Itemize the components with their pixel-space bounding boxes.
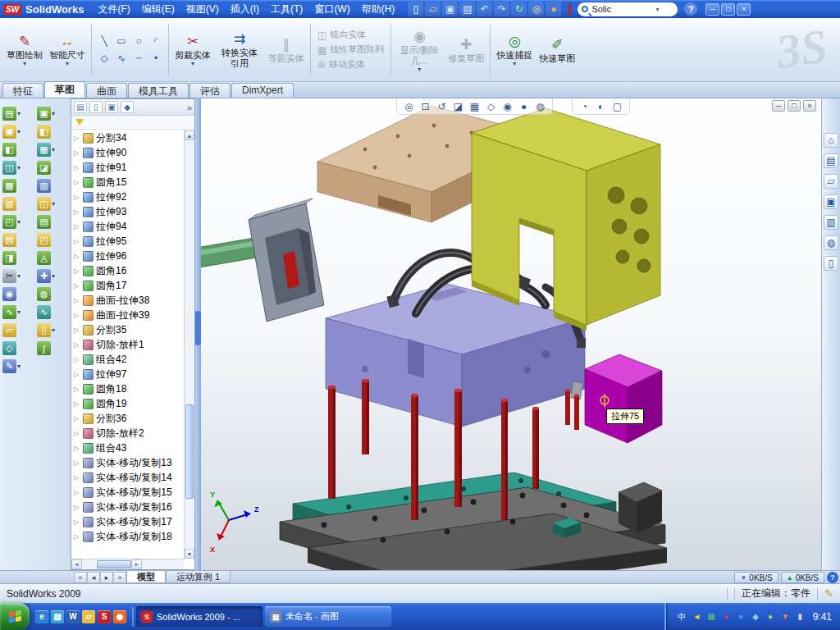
expand-icon[interactable]: ▷ bbox=[74, 208, 80, 216]
graphics-area[interactable]: Y X Z ◎⊡↺◪▦◇◉●◍ ◔◐▢ ─□× 拉伸75 bbox=[201, 98, 821, 570]
menu-item[interactable]: 窗口(W) bbox=[308, 1, 355, 18]
new-document-icon[interactable]: ▯ bbox=[408, 2, 423, 16]
expand-icon[interactable]: ▷ bbox=[74, 135, 80, 142]
feature-tool-icon[interactable]: ▤ bbox=[37, 215, 51, 229]
tray-battery-icon[interactable]: ▮ bbox=[794, 610, 806, 623]
edit-appearance-icon[interactable]: ● bbox=[517, 99, 531, 113]
circle-icon[interactable]: ○ bbox=[130, 33, 147, 49]
feature-tool-icon[interactable]: ▦▾ bbox=[37, 143, 55, 157]
taskbar-task[interactable]: SSolidWorks 2009 - ... bbox=[136, 606, 262, 627]
tree-item[interactable]: ▷实体-移动/复制15 bbox=[71, 485, 184, 500]
expand-icon[interactable]: ▷ bbox=[74, 415, 80, 422]
expand-icon[interactable]: ▷ bbox=[74, 386, 80, 393]
tree-item[interactable]: ▷切除-放样1 bbox=[71, 337, 184, 352]
appearances-icon[interactable]: ◍ bbox=[824, 235, 838, 250]
study-tab[interactable]: 模型 bbox=[126, 571, 166, 583]
commandmanager-tab-1[interactable]: 草图 bbox=[44, 81, 85, 98]
part-base-plate[interactable] bbox=[280, 482, 667, 570]
expand-icon[interactable]: ▷ bbox=[74, 312, 80, 319]
toolbox-icon[interactable]: ▣ bbox=[824, 194, 838, 209]
tree-item[interactable]: ▷组合43 bbox=[71, 441, 184, 455]
dimxpertmanager-tab-icon[interactable]: ◆ bbox=[121, 101, 134, 113]
undo-icon[interactable]: ↶ bbox=[477, 2, 492, 16]
expand-icon[interactable]: ▷ bbox=[74, 194, 80, 201]
study-tab[interactable]: 运动算例 1 bbox=[166, 571, 231, 583]
zoom-fit-icon[interactable]: ◎ bbox=[402, 99, 416, 113]
scroll-down-icon[interactable]: ▼ bbox=[185, 549, 194, 559]
tree-item[interactable]: ▷实体-移动/复制18 bbox=[71, 529, 184, 544]
scroll-right-icon[interactable]: ▸ bbox=[131, 559, 142, 569]
expand-icon[interactable]: ▷ bbox=[74, 533, 80, 541]
convert-entities-button[interactable]: ⇉ 转换实体引用 bbox=[214, 20, 265, 80]
feature-tool-icon[interactable]: ∿▾ bbox=[2, 305, 21, 319]
scrollbar-thumb[interactable] bbox=[185, 404, 194, 499]
spline-icon[interactable]: ∿ bbox=[113, 50, 130, 66]
expand-icon[interactable]: ▷ bbox=[74, 445, 80, 452]
view-palette-icon[interactable]: ▥ bbox=[824, 215, 838, 230]
menu-item[interactable]: 视图(V) bbox=[180, 1, 225, 18]
line-icon[interactable]: ╲ bbox=[96, 33, 112, 49]
feature-tool-icon[interactable]: ◉ bbox=[2, 287, 16, 301]
feature-tool-icon[interactable]: ▯▾ bbox=[37, 323, 55, 337]
move-entities-button[interactable]: ⊕ 移动实体 bbox=[315, 58, 386, 71]
model-view[interactable]: Y X Z bbox=[201, 98, 821, 570]
tree-item[interactable]: ▷实体-移动/复制13 bbox=[71, 455, 184, 470]
feature-tool-icon[interactable]: ◬ bbox=[37, 251, 51, 265]
tree-item[interactable]: ▷拉伸95 bbox=[71, 234, 184, 249]
expand-icon[interactable]: ▷ bbox=[74, 282, 80, 290]
tree-item[interactable]: ▷拉伸94 bbox=[71, 219, 184, 234]
tray-chat-icon[interactable]: ● bbox=[765, 610, 777, 623]
featuremanager-tab-icon[interactable]: ▤ bbox=[74, 101, 87, 113]
feature-tool-icon[interactable]: ▱ bbox=[2, 323, 16, 337]
tree-item[interactable]: ▷实体-移动/复制16 bbox=[71, 500, 184, 514]
expand-icon[interactable]: ▷ bbox=[74, 341, 80, 349]
feature-tool-icon[interactable]: ◧ bbox=[37, 125, 51, 139]
expand-icon[interactable]: ▷ bbox=[74, 253, 80, 260]
feature-tool-icon[interactable]: ✂▾ bbox=[2, 269, 21, 283]
feature-tool-icon[interactable]: ▣▾ bbox=[37, 107, 55, 121]
zoom-area-icon[interactable]: ⊡ bbox=[418, 99, 432, 113]
repair-sketch-button[interactable]: ✚ 修复草图 bbox=[445, 20, 487, 80]
save-icon[interactable]: ▣ bbox=[442, 2, 458, 16]
feature-tool-icon[interactable]: ◍ bbox=[37, 287, 51, 301]
hide-show-icon[interactable]: ◉ bbox=[500, 99, 514, 113]
expand-icon[interactable]: ▷ bbox=[74, 223, 80, 231]
tree-vertical-scrollbar[interactable]: ▲ ▼ bbox=[184, 130, 194, 559]
section-view-icon[interactable]: ◪ bbox=[451, 99, 465, 113]
study-nav-button[interactable]: ▸ bbox=[100, 572, 113, 583]
feature-tool-icon[interactable]: ▦ bbox=[2, 179, 16, 193]
polygon-icon[interactable]: ◇ bbox=[96, 50, 112, 66]
feature-tool-icon[interactable]: ▣▾ bbox=[2, 125, 21, 139]
quicklaunch-ie-icon[interactable]: e bbox=[35, 610, 48, 623]
feature-tool-icon[interactable]: ▤ bbox=[2, 233, 16, 247]
tree-item[interactable]: ▷拉伸97 bbox=[71, 367, 184, 381]
expand-icon[interactable]: ▷ bbox=[74, 400, 80, 408]
feature-tool-icon[interactable]: ◰ bbox=[37, 233, 51, 247]
tree-item[interactable]: ▷圆角19 bbox=[71, 396, 184, 411]
rapid-sketch-button[interactable]: ✐ 快速草图 bbox=[536, 20, 578, 80]
tree-item[interactable]: ▷曲面-拉伸38 bbox=[71, 293, 184, 308]
search-box[interactable]: ▾ bbox=[578, 2, 678, 16]
centerline-icon[interactable]: ┄ bbox=[130, 50, 147, 66]
study-nav-button[interactable]: ◂ bbox=[87, 572, 100, 583]
start-button[interactable] bbox=[0, 603, 30, 630]
feature-tool-icon[interactable]: ◨ bbox=[2, 251, 16, 265]
feature-tool-icon[interactable]: ◫▾ bbox=[2, 161, 21, 175]
appearance-icon[interactable]: ● bbox=[546, 2, 561, 16]
close-button[interactable]: × bbox=[737, 3, 751, 16]
feature-tool-icon[interactable]: ʃ bbox=[37, 341, 51, 355]
expand-icon[interactable]: ▷ bbox=[74, 474, 80, 482]
expand-icon[interactable]: ▷ bbox=[74, 164, 80, 171]
tree-item[interactable]: ▷圆角17 bbox=[71, 278, 184, 293]
display-delete-relations-button[interactable]: ◉ 显示/删除几... ▾ bbox=[394, 20, 445, 80]
search-input[interactable] bbox=[591, 4, 652, 14]
tree-item[interactable]: ▷分割34 bbox=[71, 130, 184, 145]
view-settings-icon[interactable]: ◔ bbox=[578, 99, 591, 113]
tree-item[interactable]: ▷圆角15 bbox=[71, 175, 184, 189]
tree-item[interactable]: ▷组合42 bbox=[71, 352, 184, 367]
expand-icon[interactable]: ▷ bbox=[74, 371, 80, 378]
tree-item[interactable]: ▷拉伸92 bbox=[71, 189, 184, 204]
commandmanager-tab-2[interactable]: 曲面 bbox=[86, 83, 127, 98]
doc-close-button[interactable]: × bbox=[803, 100, 816, 112]
menu-item[interactable]: 工具(T) bbox=[265, 1, 308, 18]
